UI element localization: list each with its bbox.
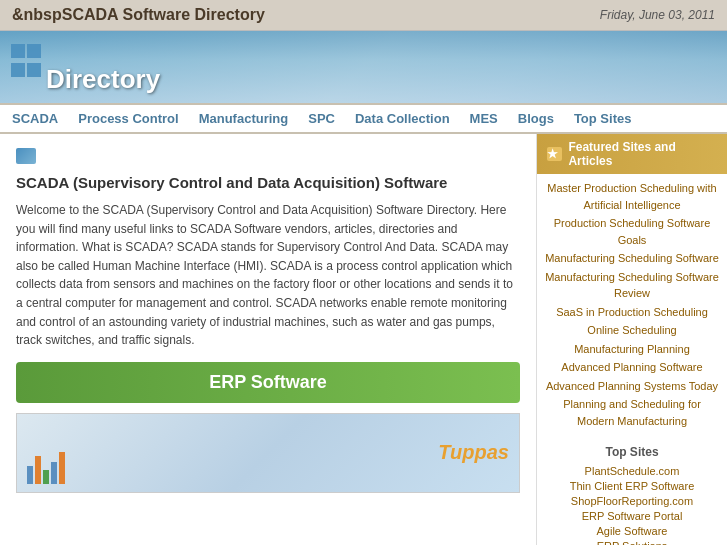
- bar-3: [43, 470, 49, 484]
- top-site-0[interactable]: PlantSchedule.com: [545, 465, 719, 477]
- right-sidebar: ★ Featured Sites and Articles Master Pro…: [537, 134, 727, 545]
- main-heading: SCADA (Supervisory Control and Data Acqu…: [16, 174, 520, 191]
- featured-link-5[interactable]: Online Scheduling: [545, 322, 719, 339]
- main-body: Welcome to the SCADA (Supervisory Contro…: [16, 201, 520, 350]
- nav-blogs[interactable]: Blogs: [518, 111, 554, 126]
- nav-process-control[interactable]: Process Control: [78, 111, 178, 126]
- featured-link-6[interactable]: Manufacturing Planning: [545, 341, 719, 358]
- nav-top-sites[interactable]: Top Sites: [574, 111, 632, 126]
- bar-5: [59, 452, 65, 484]
- featured-link-7[interactable]: Advanced Planning Software: [545, 359, 719, 376]
- featured-link-4[interactable]: SaaS in Production Scheduling: [545, 304, 719, 321]
- bar-2: [35, 456, 41, 484]
- nav-bar: SCADA Process Control Manufacturing SPC …: [0, 103, 727, 134]
- top-sites-section: Top Sites PlantSchedule.com Thin Client …: [537, 437, 727, 545]
- site-title: &nbspSCADA Software Directory: [12, 6, 265, 24]
- left-content: SCADA (Supervisory Control and Data Acqu…: [0, 134, 537, 545]
- sidebar-featured-header: ★ Featured Sites and Articles: [537, 134, 727, 174]
- nav-manufacturing[interactable]: Manufacturing: [199, 111, 289, 126]
- content-header-row: [16, 148, 520, 164]
- banner-label: Directory: [16, 64, 160, 95]
- featured-link-0[interactable]: Master Production Scheduling with Artifi…: [545, 180, 719, 213]
- nav-scada[interactable]: SCADA: [12, 111, 58, 126]
- bar-4: [51, 462, 57, 484]
- nav-data-collection[interactable]: Data Collection: [355, 111, 450, 126]
- bar-1: [27, 466, 33, 484]
- featured-link-1[interactable]: Production Scheduling Software Goals: [545, 215, 719, 248]
- top-site-4[interactable]: Agile Software: [545, 525, 719, 537]
- main-content: SCADA (Supervisory Control and Data Acqu…: [0, 134, 727, 545]
- star-icon: ★: [547, 147, 562, 161]
- top-site-5[interactable]: ERP Solutions: [545, 540, 719, 545]
- erp-brand: Tuppas: [438, 441, 509, 464]
- top-sites-header: Top Sites: [545, 445, 719, 459]
- top-site-3[interactable]: ERP Software Portal: [545, 510, 719, 522]
- erp-image: Tuppas: [16, 413, 520, 493]
- nav-spc[interactable]: SPC: [308, 111, 335, 126]
- section-icon: [16, 148, 36, 164]
- featured-link-3[interactable]: Manufacturing Scheduling Software Review: [545, 269, 719, 302]
- erp-banner[interactable]: ERP Software: [16, 362, 520, 403]
- nav-mes[interactable]: MES: [470, 111, 498, 126]
- top-site-2[interactable]: ShopFloorReporting.com: [545, 495, 719, 507]
- banner: Directory: [0, 31, 727, 103]
- featured-link-9[interactable]: Planning and Scheduling for Modern Manuf…: [545, 396, 719, 429]
- top-site-1[interactable]: Thin Client ERP Software: [545, 480, 719, 492]
- featured-header-label: Featured Sites and Articles: [568, 140, 717, 168]
- featured-links: Master Production Scheduling with Artifi…: [537, 174, 727, 437]
- featured-link-2[interactable]: Manufacturing Scheduling Software: [545, 250, 719, 267]
- featured-link-8[interactable]: Advanced Planning Systems Today: [545, 378, 719, 395]
- date-display: Friday, June 03, 2011: [600, 8, 715, 22]
- chart-placeholder: [27, 452, 65, 484]
- top-bar: &nbspSCADA Software Directory Friday, Ju…: [0, 0, 727, 31]
